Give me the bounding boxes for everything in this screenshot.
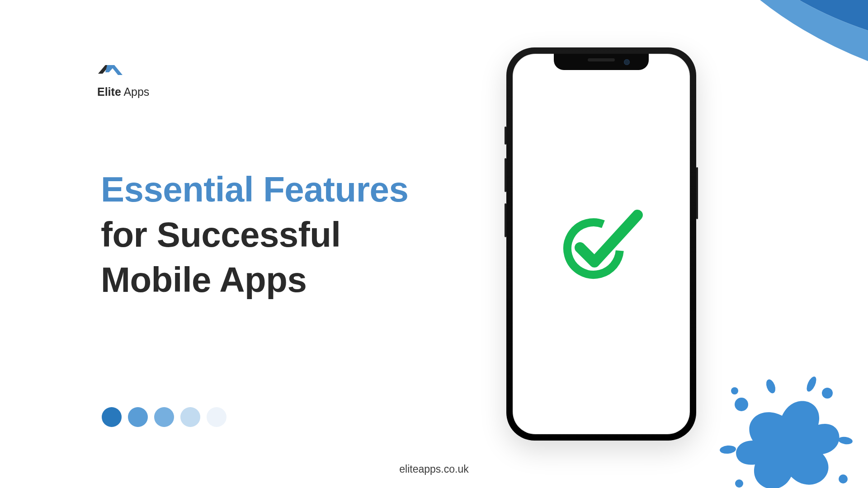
phone-frame	[506, 47, 696, 441]
dot-4	[180, 407, 200, 427]
svg-point-1	[731, 387, 738, 394]
brand-logo-text: Elite Apps	[97, 85, 149, 99]
dot-2	[128, 407, 148, 427]
dot-1	[102, 407, 122, 427]
paint-splat-decoration	[710, 361, 854, 488]
footer-url: eliteapps.co.uk	[399, 463, 468, 475]
phone-screen	[513, 54, 690, 434]
brand-logo: Elite Apps	[97, 63, 149, 99]
phone-notch	[554, 54, 649, 70]
pagination-dots	[102, 407, 226, 427]
svg-point-3	[839, 474, 848, 483]
heading-accent: Essential Features	[101, 169, 408, 209]
svg-point-4	[735, 479, 743, 488]
phone-camera	[624, 59, 630, 65]
svg-point-7	[719, 445, 736, 454]
svg-point-2	[822, 388, 833, 399]
dot-3	[154, 407, 174, 427]
phone-speaker	[588, 58, 615, 61]
heading-for: for	[101, 215, 147, 254]
corner-swoosh-decoration	[678, 0, 868, 136]
dot-5	[207, 407, 226, 427]
brand-word-2: Apps	[123, 85, 149, 98]
svg-point-9	[561, 216, 626, 281]
main-heading: Essential Features for Successful Mobile…	[101, 167, 417, 302]
phone-power-button	[696, 167, 698, 219]
svg-point-0	[735, 398, 748, 411]
svg-point-5	[764, 378, 777, 394]
phone-mockup	[506, 47, 696, 441]
svg-point-6	[805, 375, 818, 393]
brand-word-1: Elite	[97, 85, 121, 98]
brand-logo-icon	[97, 63, 124, 79]
svg-point-8	[838, 436, 853, 445]
checkmark-icon	[558, 202, 644, 286]
